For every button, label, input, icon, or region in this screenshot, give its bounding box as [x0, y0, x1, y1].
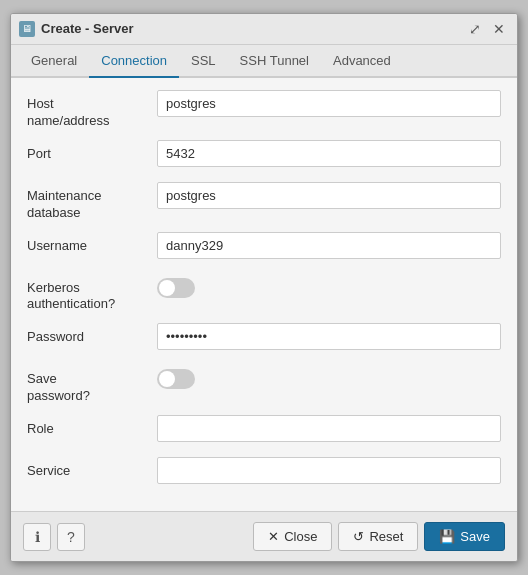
port-control [157, 140, 501, 167]
dialog-title: Create - Server [41, 21, 134, 36]
save-label: Save [460, 529, 490, 544]
close-label: Close [284, 529, 317, 544]
password-input[interactable] [157, 323, 501, 350]
help-icon: ? [67, 529, 75, 545]
host-control [157, 90, 501, 117]
footer-left: ℹ ? [23, 523, 85, 551]
info-button[interactable]: ℹ [23, 523, 51, 551]
kerberos-toggle[interactable] [157, 278, 195, 298]
port-input[interactable] [157, 140, 501, 167]
save-button[interactable]: 💾 Save [424, 522, 505, 551]
role-row: Role [27, 415, 501, 447]
tab-ssh-tunnel[interactable]: SSH Tunnel [228, 45, 321, 78]
reset-button[interactable]: ↺ Reset [338, 522, 418, 551]
password-control [157, 323, 501, 350]
reset-icon: ↺ [353, 529, 364, 544]
footer-right: ✕ Close ↺ Reset 💾 Save [253, 522, 505, 551]
title-bar: 🖥 Create - Server ⤢ ✕ [11, 14, 517, 45]
close-button[interactable]: ✕ [489, 20, 509, 38]
role-control [157, 415, 501, 442]
form-body: Hostname/address Port Maintenancedatabas… [11, 78, 517, 511]
host-input[interactable] [157, 90, 501, 117]
save-password-slider [157, 369, 195, 389]
password-row: Password [27, 323, 501, 355]
maintenance-db-row: Maintenancedatabase [27, 182, 501, 222]
tab-advanced[interactable]: Advanced [321, 45, 403, 78]
username-input[interactable] [157, 232, 501, 259]
username-row: Username [27, 232, 501, 264]
host-row: Hostname/address [27, 90, 501, 130]
maintenance-db-control [157, 182, 501, 209]
dialog-footer: ℹ ? ✕ Close ↺ Reset 💾 Save [11, 511, 517, 561]
help-button[interactable]: ? [57, 523, 85, 551]
maintenance-db-input[interactable] [157, 182, 501, 209]
save-disk-icon: 💾 [439, 529, 455, 544]
tab-bar: General Connection SSL SSH Tunnel Advanc… [11, 45, 517, 78]
server-icon: 🖥 [19, 21, 35, 37]
info-icon: ℹ [35, 529, 40, 545]
password-label: Password [27, 323, 157, 346]
create-server-dialog: 🖥 Create - Server ⤢ ✕ General Connection… [10, 13, 518, 562]
tab-general[interactable]: General [19, 45, 89, 78]
tab-connection[interactable]: Connection [89, 45, 179, 78]
username-control [157, 232, 501, 259]
kerberos-slider [157, 278, 195, 298]
save-password-toggle[interactable] [157, 369, 195, 389]
service-input[interactable] [157, 457, 501, 484]
kerberos-control [157, 274, 501, 301]
username-label: Username [27, 232, 157, 255]
role-input[interactable] [157, 415, 501, 442]
kerberos-row: Kerberosauthentication? [27, 274, 501, 314]
service-label: Service [27, 457, 157, 480]
title-actions: ⤢ ✕ [465, 20, 509, 38]
close-button[interactable]: ✕ Close [253, 522, 332, 551]
role-label: Role [27, 415, 157, 438]
save-password-label: Savepassword? [27, 365, 157, 405]
save-password-row: Savepassword? [27, 365, 501, 405]
service-row: Service [27, 457, 501, 489]
tab-ssl[interactable]: SSL [179, 45, 228, 78]
save-password-control [157, 365, 501, 392]
host-label: Hostname/address [27, 90, 157, 130]
close-icon: ✕ [268, 529, 279, 544]
title-bar-left: 🖥 Create - Server [19, 21, 134, 37]
reset-label: Reset [369, 529, 403, 544]
kerberos-label: Kerberosauthentication? [27, 274, 157, 314]
port-row: Port [27, 140, 501, 172]
maximize-button[interactable]: ⤢ [465, 20, 485, 38]
port-label: Port [27, 140, 157, 163]
maintenance-db-label: Maintenancedatabase [27, 182, 157, 222]
service-control [157, 457, 501, 484]
